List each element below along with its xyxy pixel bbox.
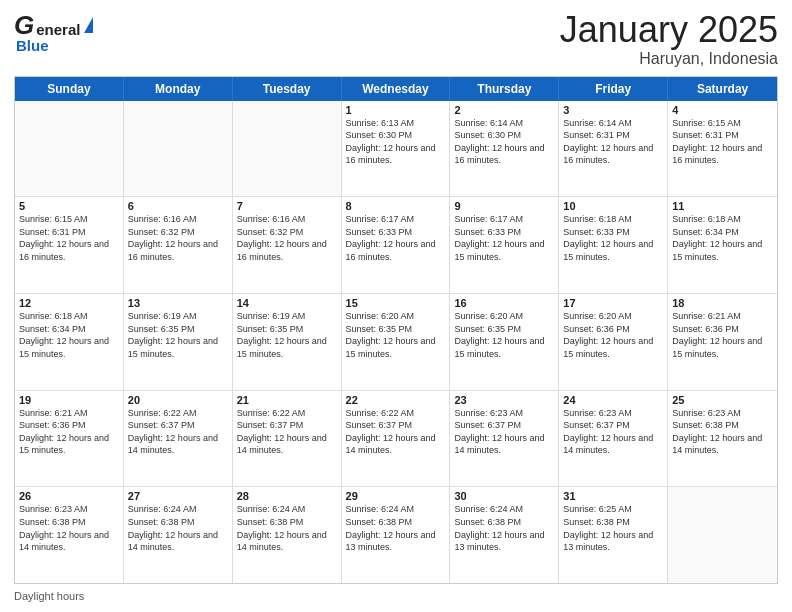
main-title: January 2025 <box>560 10 778 50</box>
cal-row-0: 1Sunrise: 6:13 AM Sunset: 6:30 PM Daylig… <box>15 101 777 198</box>
cal-header-friday: Friday <box>559 77 668 101</box>
cal-cell-2-3: 15Sunrise: 6:20 AM Sunset: 6:35 PM Dayli… <box>342 294 451 390</box>
day-number: 8 <box>346 200 446 212</box>
cal-cell-1-4: 9Sunrise: 6:17 AM Sunset: 6:33 PM Daylig… <box>450 197 559 293</box>
calendar-header: SundayMondayTuesdayWednesdayThursdayFrid… <box>15 77 777 101</box>
cal-cell-4-3: 29Sunrise: 6:24 AM Sunset: 6:38 PM Dayli… <box>342 487 451 583</box>
cal-cell-1-0: 5Sunrise: 6:15 AM Sunset: 6:31 PM Daylig… <box>15 197 124 293</box>
cal-row-1: 5Sunrise: 6:15 AM Sunset: 6:31 PM Daylig… <box>15 197 777 294</box>
day-number: 3 <box>563 104 663 116</box>
cal-cell-3-2: 21Sunrise: 6:22 AM Sunset: 6:37 PM Dayli… <box>233 391 342 487</box>
cal-cell-0-1 <box>124 101 233 197</box>
cal-cell-2-0: 12Sunrise: 6:18 AM Sunset: 6:34 PM Dayli… <box>15 294 124 390</box>
day-number: 23 <box>454 394 554 406</box>
day-info: Sunrise: 6:21 AM Sunset: 6:36 PM Dayligh… <box>19 407 119 457</box>
day-number: 26 <box>19 490 119 502</box>
cal-cell-1-1: 6Sunrise: 6:16 AM Sunset: 6:32 PM Daylig… <box>124 197 233 293</box>
day-info: Sunrise: 6:18 AM Sunset: 6:33 PM Dayligh… <box>563 213 663 263</box>
day-info: Sunrise: 6:22 AM Sunset: 6:37 PM Dayligh… <box>128 407 228 457</box>
day-info: Sunrise: 6:14 AM Sunset: 6:31 PM Dayligh… <box>563 117 663 167</box>
day-info: Sunrise: 6:23 AM Sunset: 6:38 PM Dayligh… <box>672 407 773 457</box>
calendar: SundayMondayTuesdayWednesdayThursdayFrid… <box>14 76 778 584</box>
day-info: Sunrise: 6:24 AM Sunset: 6:38 PM Dayligh… <box>346 503 446 553</box>
cal-cell-4-2: 28Sunrise: 6:24 AM Sunset: 6:38 PM Dayli… <box>233 487 342 583</box>
day-info: Sunrise: 6:24 AM Sunset: 6:38 PM Dayligh… <box>128 503 228 553</box>
day-number: 9 <box>454 200 554 212</box>
cal-header-saturday: Saturday <box>668 77 777 101</box>
cal-row-4: 26Sunrise: 6:23 AM Sunset: 6:38 PM Dayli… <box>15 487 777 583</box>
cal-cell-1-3: 8Sunrise: 6:17 AM Sunset: 6:33 PM Daylig… <box>342 197 451 293</box>
day-number: 25 <box>672 394 773 406</box>
footer: Daylight hours <box>14 590 778 602</box>
day-number: 7 <box>237 200 337 212</box>
day-info: Sunrise: 6:24 AM Sunset: 6:38 PM Dayligh… <box>454 503 554 553</box>
calendar-body: 1Sunrise: 6:13 AM Sunset: 6:30 PM Daylig… <box>15 101 777 583</box>
cal-cell-4-6 <box>668 487 777 583</box>
day-number: 4 <box>672 104 773 116</box>
cal-cell-3-4: 23Sunrise: 6:23 AM Sunset: 6:37 PM Dayli… <box>450 391 559 487</box>
day-number: 31 <box>563 490 663 502</box>
day-number: 18 <box>672 297 773 309</box>
subtitle: Haruyan, Indonesia <box>560 50 778 68</box>
day-info: Sunrise: 6:14 AM Sunset: 6:30 PM Dayligh… <box>454 117 554 167</box>
page: G eneral Blue January 2025 Haruyan, Indo… <box>0 0 792 612</box>
cal-header-wednesday: Wednesday <box>342 77 451 101</box>
logo-general-rest: eneral <box>36 21 80 38</box>
day-info: Sunrise: 6:15 AM Sunset: 6:31 PM Dayligh… <box>19 213 119 263</box>
cal-cell-1-2: 7Sunrise: 6:16 AM Sunset: 6:32 PM Daylig… <box>233 197 342 293</box>
title-block: January 2025 Haruyan, Indonesia <box>560 10 778 68</box>
cal-header-tuesday: Tuesday <box>233 77 342 101</box>
day-number: 19 <box>19 394 119 406</box>
cal-cell-1-5: 10Sunrise: 6:18 AM Sunset: 6:33 PM Dayli… <box>559 197 668 293</box>
logo-blue-text: Blue <box>16 37 49 54</box>
day-number: 10 <box>563 200 663 212</box>
cal-cell-3-3: 22Sunrise: 6:22 AM Sunset: 6:37 PM Dayli… <box>342 391 451 487</box>
cal-cell-0-2 <box>233 101 342 197</box>
day-number: 21 <box>237 394 337 406</box>
day-number: 20 <box>128 394 228 406</box>
day-number: 15 <box>346 297 446 309</box>
cal-cell-2-1: 13Sunrise: 6:19 AM Sunset: 6:35 PM Dayli… <box>124 294 233 390</box>
day-number: 6 <box>128 200 228 212</box>
day-info: Sunrise: 6:18 AM Sunset: 6:34 PM Dayligh… <box>19 310 119 360</box>
day-info: Sunrise: 6:23 AM Sunset: 6:38 PM Dayligh… <box>19 503 119 553</box>
cal-cell-2-6: 18Sunrise: 6:21 AM Sunset: 6:36 PM Dayli… <box>668 294 777 390</box>
day-info: Sunrise: 6:20 AM Sunset: 6:36 PM Dayligh… <box>563 310 663 360</box>
cal-cell-4-5: 31Sunrise: 6:25 AM Sunset: 6:38 PM Dayli… <box>559 487 668 583</box>
day-number: 13 <box>128 297 228 309</box>
cal-cell-0-6: 4Sunrise: 6:15 AM Sunset: 6:31 PM Daylig… <box>668 101 777 197</box>
day-info: Sunrise: 6:13 AM Sunset: 6:30 PM Dayligh… <box>346 117 446 167</box>
day-info: Sunrise: 6:17 AM Sunset: 6:33 PM Dayligh… <box>346 213 446 263</box>
cal-cell-0-3: 1Sunrise: 6:13 AM Sunset: 6:30 PM Daylig… <box>342 101 451 197</box>
daylight-label: Daylight hours <box>14 590 84 602</box>
cal-header-monday: Monday <box>124 77 233 101</box>
cal-cell-0-0 <box>15 101 124 197</box>
cal-cell-2-5: 17Sunrise: 6:20 AM Sunset: 6:36 PM Dayli… <box>559 294 668 390</box>
day-number: 30 <box>454 490 554 502</box>
logo-triangle-icon <box>84 17 93 33</box>
day-info: Sunrise: 6:17 AM Sunset: 6:33 PM Dayligh… <box>454 213 554 263</box>
day-info: Sunrise: 6:23 AM Sunset: 6:37 PM Dayligh… <box>454 407 554 457</box>
day-number: 11 <box>672 200 773 212</box>
day-number: 12 <box>19 297 119 309</box>
day-info: Sunrise: 6:25 AM Sunset: 6:38 PM Dayligh… <box>563 503 663 553</box>
cal-cell-3-6: 25Sunrise: 6:23 AM Sunset: 6:38 PM Dayli… <box>668 391 777 487</box>
cal-cell-4-0: 26Sunrise: 6:23 AM Sunset: 6:38 PM Dayli… <box>15 487 124 583</box>
day-info: Sunrise: 6:22 AM Sunset: 6:37 PM Dayligh… <box>237 407 337 457</box>
cal-cell-3-5: 24Sunrise: 6:23 AM Sunset: 6:37 PM Dayli… <box>559 391 668 487</box>
day-number: 2 <box>454 104 554 116</box>
cal-cell-3-0: 19Sunrise: 6:21 AM Sunset: 6:36 PM Dayli… <box>15 391 124 487</box>
cal-cell-3-1: 20Sunrise: 6:22 AM Sunset: 6:37 PM Dayli… <box>124 391 233 487</box>
cal-cell-2-2: 14Sunrise: 6:19 AM Sunset: 6:35 PM Dayli… <box>233 294 342 390</box>
cal-cell-1-6: 11Sunrise: 6:18 AM Sunset: 6:34 PM Dayli… <box>668 197 777 293</box>
day-info: Sunrise: 6:15 AM Sunset: 6:31 PM Dayligh… <box>672 117 773 167</box>
cal-cell-4-1: 27Sunrise: 6:24 AM Sunset: 6:38 PM Dayli… <box>124 487 233 583</box>
day-number: 17 <box>563 297 663 309</box>
day-info: Sunrise: 6:16 AM Sunset: 6:32 PM Dayligh… <box>128 213 228 263</box>
day-number: 14 <box>237 297 337 309</box>
day-number: 5 <box>19 200 119 212</box>
cal-row-3: 19Sunrise: 6:21 AM Sunset: 6:36 PM Dayli… <box>15 391 777 488</box>
day-number: 1 <box>346 104 446 116</box>
day-number: 27 <box>128 490 228 502</box>
day-number: 16 <box>454 297 554 309</box>
